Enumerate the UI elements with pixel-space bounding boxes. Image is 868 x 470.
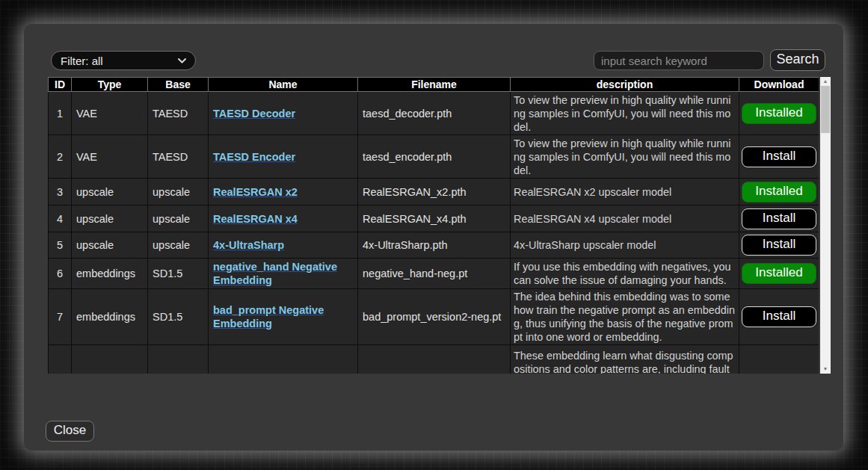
- cell-id: 2: [49, 135, 72, 179]
- cell-base: TAESD: [148, 92, 209, 135]
- table-row: 3upscaleupscaleRealESRGAN x2RealESRGAN_x…: [49, 179, 819, 205]
- cell-description: RealESRGAN x4 upscaler model: [511, 205, 739, 232]
- cell-download: Install: [739, 232, 819, 259]
- table-row: These embedding learn what disgusting co…: [49, 345, 819, 374]
- cell-id: 6: [49, 259, 72, 289]
- cell-type: embeddings: [72, 259, 148, 289]
- cell-filename: negative_hand-neg.pt: [358, 259, 511, 289]
- model-name-link[interactable]: bad_prompt Negative Embedding: [213, 304, 324, 330]
- cell-base: [148, 345, 209, 374]
- install-button[interactable]: Install: [742, 306, 816, 327]
- cell-filename: [358, 345, 511, 374]
- cell-filename: taesd_decoder.pth: [358, 92, 511, 135]
- installed-button[interactable]: Installed: [742, 182, 816, 202]
- cell-name: RealESRGAN x2: [209, 179, 358, 205]
- cell-download: [739, 345, 819, 374]
- model-name-link[interactable]: RealESRGAN x2: [213, 186, 298, 198]
- cell-download: Install: [739, 289, 819, 345]
- cell-description: The idea behind this embedding was to so…: [511, 289, 739, 345]
- cell-description: To view the preview in high quality whil…: [511, 92, 739, 135]
- cell-description: If you use this embedding with negatives…: [511, 259, 739, 289]
- column-header-download: Download: [739, 78, 819, 92]
- close-button[interactable]: Close: [46, 421, 94, 442]
- model-name-link[interactable]: RealESRGAN x4: [213, 213, 298, 225]
- cell-filename: bad_prompt_version2-neg.pt: [358, 289, 511, 345]
- cell-download: Installed: [739, 92, 819, 135]
- cell-name: TAESD Encoder: [209, 135, 358, 179]
- cell-type: [72, 345, 148, 374]
- cell-base: upscale: [148, 179, 209, 205]
- cell-name: bad_prompt Negative Embedding: [209, 289, 358, 345]
- model-name-link[interactable]: TAESD Encoder: [213, 151, 295, 163]
- cell-name: 4x-UltraSharp: [209, 232, 358, 259]
- cell-filename: taesd_encoder.pth: [358, 135, 511, 179]
- cell-type: embeddings: [72, 289, 148, 345]
- table-row: 4upscaleupscaleRealESRGAN x4RealESRGAN_x…: [49, 205, 819, 232]
- cell-download: Install: [739, 135, 819, 179]
- scrollbar-up-arrow[interactable]: ▲: [820, 77, 831, 86]
- comfyui-canvas: { "dialog": { "filter": { "label": "Filt…: [0, 0, 868, 470]
- table-row: 7embeddingsSD1.5bad_prompt Negative Embe…: [49, 289, 819, 345]
- cell-base: SD1.5: [148, 259, 209, 289]
- column-header-description: description: [511, 78, 739, 92]
- cell-base: upscale: [148, 232, 209, 259]
- cell-id: 1: [49, 92, 72, 135]
- install-models-dialog: Filter: all Search IDTypeBaseNameFilenam…: [24, 24, 843, 451]
- cell-description: These embedding learn what disgusting co…: [511, 345, 739, 374]
- cell-id: 3: [49, 179, 72, 205]
- cell-id: 7: [49, 289, 72, 345]
- models-table: IDTypeBaseNameFilenamedescriptionDownloa…: [48, 77, 819, 374]
- cell-type: upscale: [72, 205, 148, 232]
- column-header-id: ID: [49, 78, 72, 92]
- cell-base: SD1.5: [148, 289, 209, 345]
- cell-name: [209, 345, 358, 374]
- models-table-container: IDTypeBaseNameFilenamedescriptionDownloa…: [48, 77, 819, 374]
- install-button[interactable]: Install: [742, 146, 816, 167]
- cell-id: 5: [49, 232, 72, 259]
- install-button[interactable]: Install: [742, 235, 816, 256]
- cell-description: RealESRGAN x2 upscaler model: [511, 179, 739, 205]
- column-header-base: Base: [148, 78, 209, 92]
- cell-type: upscale: [72, 179, 148, 205]
- search-button[interactable]: Search: [770, 49, 825, 71]
- cell-download: Install: [739, 205, 819, 232]
- install-button[interactable]: Install: [742, 208, 816, 229]
- chevron-down-icon: [178, 58, 186, 64]
- column-header-name: Name: [209, 78, 358, 92]
- scrollbar-down-arrow[interactable]: ▼: [820, 365, 831, 374]
- search-input[interactable]: [594, 51, 764, 70]
- installed-button[interactable]: Installed: [742, 103, 816, 124]
- filter-select[interactable]: Filter: all: [51, 51, 196, 70]
- cell-download: Installed: [739, 259, 819, 289]
- cell-base: upscale: [148, 205, 209, 232]
- table-row: 2VAETAESDTAESD Encodertaesd_encoder.pthT…: [49, 135, 819, 179]
- table-row: 1VAETAESDTAESD Decodertaesd_decoder.pthT…: [49, 92, 819, 135]
- cell-name: negative_hand Negative Embedding: [209, 259, 358, 289]
- cell-description: To view the preview in high quality whil…: [511, 135, 739, 179]
- cell-base: TAESD: [148, 135, 209, 179]
- column-header-filename: Filename: [358, 78, 511, 92]
- cell-filename: 4x-UltraSharp.pth: [358, 232, 511, 259]
- cell-download: Installed: [739, 179, 819, 205]
- cell-type: VAE: [72, 92, 148, 135]
- cell-name: RealESRGAN x4: [209, 205, 358, 232]
- cell-id: 4: [49, 205, 72, 232]
- installed-button[interactable]: Installed: [742, 263, 816, 284]
- cell-type: VAE: [72, 135, 148, 179]
- scrollbar-thumb[interactable]: [821, 86, 830, 133]
- model-name-link[interactable]: TAESD Decoder: [213, 108, 295, 120]
- vertical-scrollbar[interactable]: ▲ ▼: [820, 77, 831, 374]
- table-row: 6embeddingsSD1.5negative_hand Negative E…: [49, 259, 819, 289]
- cell-filename: RealESRGAN_x2.pth: [358, 179, 511, 205]
- model-name-link[interactable]: negative_hand Negative Embedding: [213, 261, 337, 286]
- cell-type: upscale: [72, 232, 148, 259]
- table-row: 5upscaleupscale4x-UltraSharp4x-UltraShar…: [49, 232, 819, 259]
- filter-select-value: Filter: all: [61, 55, 103, 67]
- cell-description: 4x-UltraSharp upscaler model: [511, 232, 739, 259]
- model-name-link[interactable]: 4x-UltraSharp: [213, 239, 284, 251]
- cell-filename: RealESRGAN_x4.pth: [358, 205, 511, 232]
- table-header-row: IDTypeBaseNameFilenamedescriptionDownloa…: [49, 78, 819, 92]
- column-header-type: Type: [72, 78, 148, 92]
- cell-id: [49, 345, 72, 374]
- cell-name: TAESD Decoder: [209, 92, 358, 135]
